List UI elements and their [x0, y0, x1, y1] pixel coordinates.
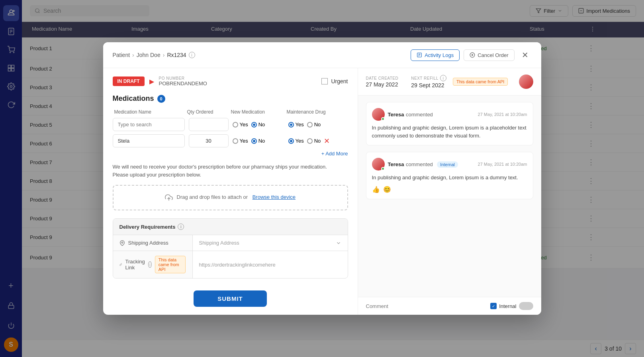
qty-input-2[interactable]: [189, 134, 229, 147]
comment-action-1: commented: [406, 112, 433, 118]
radio-circle-maint-no-1: [307, 122, 313, 128]
med-name-input-1[interactable]: [113, 118, 185, 131]
new-med-radio-2: Yes No: [233, 138, 284, 144]
user-avatar: [519, 75, 533, 89]
breadcrumb-rx: Rx1234: [167, 52, 186, 58]
comment-action-2: commented: [406, 161, 433, 167]
maint-radio-2: Yes No ✕: [288, 137, 348, 145]
modal-body: IN DRAFT ▶ PO NUMBER POBRENDANDEMO Urgen…: [103, 68, 541, 315]
emoji-button[interactable]: 😊: [383, 186, 391, 193]
radio-circle-no-1: [251, 122, 257, 128]
location-icon: [119, 240, 125, 246]
internal-area: ✓ Internal: [490, 302, 533, 310]
like-button[interactable]: 👍: [372, 186, 380, 193]
tracking-row: Tracking Link i This data came from API …: [113, 251, 348, 278]
maint-yes-1[interactable]: Yes: [288, 122, 304, 128]
comment-author-2: Teresa: [388, 161, 404, 167]
tracking-link-label: Tracking Link: [125, 259, 145, 271]
close-modal-button[interactable]: ✕: [519, 49, 532, 61]
new-med-radio-1: Yes No: [233, 122, 284, 128]
cancel-icon: [470, 52, 475, 58]
tracking-label: Tracking Link i This data came from API: [113, 251, 193, 278]
new-med-no-1[interactable]: No: [251, 122, 265, 128]
tracking-url: https://ordertrackinglinkcomehere: [199, 262, 276, 268]
new-med-yes-2[interactable]: Yes: [233, 138, 248, 144]
shipping-row: Shipping Address Shipping Address: [113, 235, 348, 251]
comments-area: Teresa commented 27 May, 2021 at 10:20am…: [358, 96, 541, 297]
next-refill-area: NEXT REFILL i 29 Sept 2022: [411, 75, 446, 88]
date-created-label: DATE CREATED: [366, 76, 399, 80]
comment-header-2: Teresa commented Internal 27 May, 2021 a…: [372, 158, 527, 171]
breadcrumb-sep1: ›: [132, 52, 134, 58]
tracking-api-tooltip: This data came from API: [155, 256, 186, 273]
delivery-title: Delivery Requirements: [119, 224, 176, 230]
comment-text-2: In publishing and graphic design, Lorem …: [372, 174, 527, 182]
radio-circle-maint-yes-1: [288, 122, 294, 128]
comment-time-1: 27 May, 2021 at 10:20am: [478, 112, 527, 117]
qty-input-1[interactable]: [189, 118, 229, 131]
activity-logs-label: Activity Logs: [425, 52, 454, 58]
breadcrumb-patient[interactable]: Patient: [113, 52, 130, 58]
commenter-avatar-2: [372, 158, 385, 171]
add-more-label: + Add More: [321, 151, 348, 157]
comment-input[interactable]: [366, 303, 486, 309]
add-more-button[interactable]: + Add More: [321, 151, 348, 157]
internal-checkbox[interactable]: ✓: [490, 303, 497, 309]
next-refill-label: NEXT REFILL: [411, 76, 438, 80]
urgent-checkbox[interactable]: [321, 78, 328, 84]
chevron-down-shipping-icon: [336, 240, 341, 246]
next-refill-info-icon[interactable]: i: [440, 75, 446, 81]
svg-point-34: [121, 242, 123, 243]
new-med-no-2[interactable]: No: [251, 138, 265, 144]
upload-text: Drag and drop files to attach or: [177, 194, 248, 200]
right-panel: DATE CREATED 27 May 2022 NEXT REFILL i 2…: [358, 68, 541, 315]
maint-no-2[interactable]: No: [307, 138, 321, 144]
medications-title-text: Medications: [113, 94, 154, 103]
next-refill-value: 29 Sept 2022: [411, 82, 446, 88]
radio-circle-yes-1: [233, 122, 238, 128]
status-text: IN DRAFT: [117, 78, 140, 84]
modal: Patient › John Doe › Rx1234 i Activity L…: [103, 42, 541, 315]
med-count: 0: [160, 96, 162, 101]
tracking-url-value: https://ordertrackinglinkcomehere: [193, 257, 348, 273]
right-header: DATE CREATED 27 May 2022 NEXT REFILL i 2…: [358, 68, 541, 96]
radio-circle-maint-yes-2: [288, 138, 294, 144]
delivery-info-icon[interactable]: i: [178, 224, 184, 230]
delivery-section: Delivery Requirements i Shipping Address…: [113, 218, 348, 279]
maint-no-1[interactable]: No: [307, 122, 321, 128]
maint-yes-2[interactable]: Yes: [288, 138, 304, 144]
status-draft-badge: IN DRAFT: [113, 76, 145, 86]
submit-button[interactable]: SUBMIT: [194, 290, 267, 307]
commenter-online-1: [381, 117, 385, 121]
status-arrow-icon: ▶: [149, 78, 154, 85]
shipping-address-value: Shipping Address: [199, 240, 239, 246]
internal-toggle[interactable]: [519, 302, 533, 310]
breadcrumb-name[interactable]: John Doe: [137, 52, 161, 58]
med-count-badge: 0: [157, 95, 165, 103]
cancel-order-button[interactable]: Cancel Order: [464, 49, 514, 61]
rx-info-icon[interactable]: i: [189, 52, 195, 58]
comment-tag-2: Internal: [437, 161, 458, 168]
activity-logs-button[interactable]: Activity Logs: [411, 49, 460, 61]
col-new-med: New Medication: [231, 109, 283, 115]
date-created-value: 27 May 2022: [366, 81, 399, 88]
col-qty: Qty Ordered: [187, 109, 227, 115]
tracking-info-icon[interactable]: i: [148, 261, 152, 268]
delete-med-2[interactable]: ✕: [324, 137, 330, 145]
po-number-area: PO NUMBER POBRENDANDEMO: [159, 76, 207, 86]
modal-header: Patient › John Doe › Rx1234 i Activity L…: [103, 42, 541, 68]
med-name-input-2[interactable]: [113, 134, 185, 147]
radio-circle-maint-no-2: [307, 138, 313, 144]
link-icon: [119, 262, 122, 267]
urgent-area: Urgent: [321, 78, 348, 84]
activity-icon: [417, 52, 422, 58]
col-maint: Maintenance Drug: [287, 109, 346, 115]
comment-meta-2: Teresa commented Internal: [388, 161, 475, 168]
new-med-yes-1[interactable]: Yes: [233, 122, 248, 128]
submit-area: SUBMIT: [113, 286, 348, 307]
comment-item-1: Teresa commented 27 May, 2021 at 10:20am…: [366, 102, 533, 145]
urgent-label: Urgent: [331, 78, 348, 84]
modal-overlay: Patient › John Doe › Rx1234 i Activity L…: [0, 0, 644, 357]
browse-link[interactable]: Browse this device: [253, 194, 296, 200]
upload-area[interactable]: Drag and drop files to attach or Browse …: [113, 185, 348, 210]
